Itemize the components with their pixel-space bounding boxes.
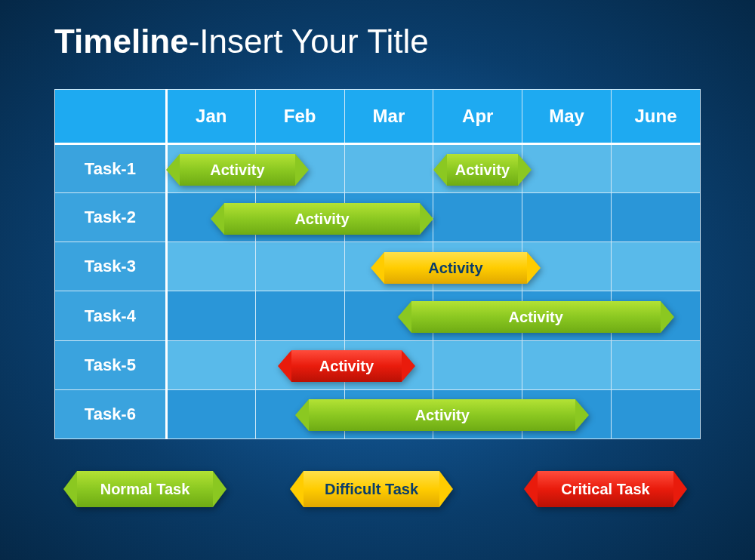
title-rest: -Insert Your Title bbox=[189, 23, 429, 60]
header-row: Jan Feb Mar Apr May June bbox=[55, 90, 701, 144]
task-label: Task-3 bbox=[55, 242, 167, 291]
header-month: Apr bbox=[433, 90, 522, 144]
header-month: June bbox=[612, 90, 701, 144]
header-month: May bbox=[522, 90, 612, 144]
task-label: Task-6 bbox=[55, 389, 167, 438]
task-row: Task-4 bbox=[55, 291, 701, 340]
header-empty bbox=[55, 90, 167, 144]
task-label: Task-4 bbox=[55, 291, 167, 340]
header-month: Feb bbox=[255, 90, 344, 144]
task-row: Task-6 bbox=[55, 389, 701, 438]
gantt-table: Jan Feb Mar Apr May June Task-1 Task-2 T… bbox=[54, 89, 701, 439]
task-label: Task-5 bbox=[55, 340, 167, 389]
task-row: Task-3 bbox=[55, 242, 701, 291]
task-row: Task-1 bbox=[55, 144, 701, 193]
slide-title: Timeline-Insert Your Title bbox=[54, 23, 429, 60]
task-row: Task-2 bbox=[55, 193, 701, 242]
task-row: Task-5 bbox=[55, 340, 701, 389]
title-bold: Timeline bbox=[54, 23, 189, 60]
legend-item: Difficult Task bbox=[304, 471, 439, 507]
task-label: Task-2 bbox=[55, 193, 167, 242]
header-month: Jan bbox=[166, 90, 255, 144]
legend-item: Critical Task bbox=[538, 471, 673, 507]
task-label: Task-1 bbox=[55, 144, 167, 193]
header-month: Mar bbox=[344, 90, 433, 144]
legend-item: Normal Task bbox=[77, 471, 213, 507]
legend: Normal TaskDifficult TaskCritical Task bbox=[54, 471, 701, 509]
